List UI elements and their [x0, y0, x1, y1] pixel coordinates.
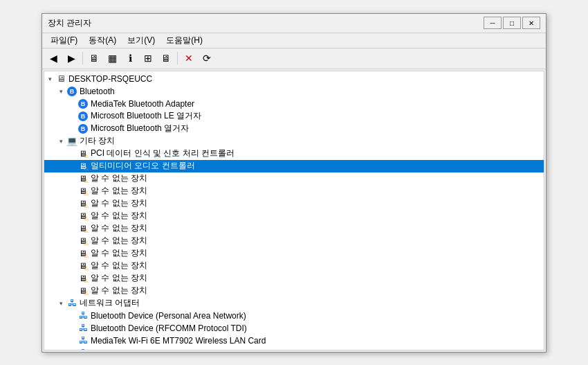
- unknown2-icon: 🖥⚠: [77, 186, 89, 197]
- pci-label: PCI 데이터 인식 및 신호 처리 컨트롤러: [91, 148, 235, 159]
- tree-item-bluetooth-category[interactable]: ▾ B Bluetooth: [44, 85, 544, 98]
- unknown8-icon: 🖥⚠: [77, 260, 89, 271]
- tree-item-network-category[interactable]: ▾ 🖧 네트워크 어댑터: [44, 297, 544, 310]
- bluetooth-label: Bluetooth: [80, 87, 115, 96]
- tree-item-unknown-2[interactable]: 🖥⚠ 알 수 없는 장치: [44, 185, 544, 197]
- unknown10-label: 알 수 없는 장치: [91, 285, 147, 296]
- bluetooth-category-icon: B: [66, 86, 77, 97]
- tree-item-unknown-4[interactable]: 🖥⚠ 알 수 없는 장치: [44, 210, 544, 222]
- tree-item-unknown-10[interactable]: 🖥⚠ 알 수 없는 장치: [44, 285, 544, 297]
- tree-item-unknown-7[interactable]: 🖥⚠ 알 수 없는 장치: [44, 247, 544, 260]
- minimize-button[interactable]: ─: [484, 17, 502, 29]
- other-category-icon: 💻: [66, 136, 77, 147]
- tree-item-other-category[interactable]: ▾ 💻 기타 장치: [44, 135, 544, 148]
- net4-icon: 🖧: [77, 348, 89, 350]
- multimedia-icon: 🖥⚠: [77, 161, 89, 172]
- list-button[interactable]: ▦: [104, 51, 120, 66]
- tree-item-net4[interactable]: 🖧 Microsoft Kernel Debug Network Adapter: [44, 347, 544, 350]
- toolbar-separator-1: [82, 52, 83, 64]
- unknown6-icon: 🖥⚠: [77, 235, 89, 247]
- unknown7-label: 알 수 없는 장치: [91, 247, 147, 259]
- unknown3-icon: 🖥⚠: [77, 198, 89, 209]
- network-category-icon: 🖧: [66, 298, 77, 309]
- unknown4-icon: 🖥⚠: [77, 211, 89, 222]
- menu-help[interactable]: 도움말(H): [160, 33, 208, 48]
- tree-item-pci[interactable]: 🖥⚠ PCI 데이터 인식 및 신호 처리 컨트롤러: [44, 148, 544, 160]
- bt2-icon: B: [77, 111, 89, 122]
- net3-icon: 🖧: [77, 335, 89, 346]
- unknown5-icon: 🖥⚠: [77, 223, 89, 234]
- unknown1-label: 알 수 없는 장치: [91, 172, 147, 184]
- menu-bar: 파일(F) 동작(A) 보기(V) 도움말(H): [42, 33, 546, 48]
- window-title: 장치 관리자: [48, 17, 91, 29]
- unknown6-label: 알 수 없는 장치: [91, 235, 147, 247]
- tree-item-unknown-9[interactable]: 🖥⚠ 알 수 없는 장치: [44, 272, 544, 285]
- root-expand[interactable]: ▾: [44, 73, 55, 84]
- tree-item-multimedia[interactable]: 🖥⚠ 멀티미디어 오디오 컨트롤러: [44, 160, 544, 172]
- unknown8-label: 알 수 없는 장치: [91, 260, 147, 271]
- content-area: ▾ 🖥 DESKTOP-RSQEUCC ▾ B Bluetooth B: [42, 69, 546, 352]
- tree-item-net2[interactable]: 🖧 Bluetooth Device (RFCOMM Protocol TDI): [44, 322, 544, 335]
- bt1-icon: B: [77, 98, 89, 109]
- net2-icon: 🖧: [77, 323, 89, 334]
- info-button[interactable]: ℹ: [122, 51, 138, 66]
- unknown2-label: 알 수 없는 장치: [91, 185, 147, 197]
- bt3-label: Microsoft Bluetooth 열거자: [91, 123, 189, 134]
- net4-label: Microsoft Kernel Debug Network Adapter: [91, 348, 241, 350]
- tree-item-bt1[interactable]: B MediaTek Bluetooth Adapter: [44, 98, 544, 110]
- tree-item-unknown-3[interactable]: 🖥⚠ 알 수 없는 장치: [44, 197, 544, 210]
- root-label: DESKTOP-RSQEUCC: [68, 74, 152, 84]
- tree-root[interactable]: ▾ 🖥 DESKTOP-RSQEUCC: [44, 73, 544, 85]
- computer-button[interactable]: 🖥: [86, 51, 102, 66]
- menu-file[interactable]: 파일(F): [45, 33, 83, 48]
- tree-item-net3[interactable]: 🖧 MediaTek Wi-Fi 6E MT7902 Wireless LAN …: [44, 335, 544, 347]
- device-tree[interactable]: ▾ 🖥 DESKTOP-RSQEUCC ▾ B Bluetooth B: [44, 71, 544, 350]
- computer-icon: 🖥: [55, 73, 66, 84]
- grid-button[interactable]: ⊞: [140, 51, 156, 66]
- monitor-button[interactable]: 🖥: [158, 51, 174, 66]
- bt1-label: MediaTek Bluetooth Adapter: [91, 99, 194, 109]
- unknown1-icon: 🖥⚠: [77, 173, 89, 184]
- unknown7-icon: 🖥⚠: [77, 248, 89, 259]
- network-expand[interactable]: ▾: [55, 298, 66, 309]
- tree-item-unknown-1[interactable]: 🖥⚠ 알 수 없는 장치: [44, 172, 544, 185]
- pci-icon: 🖥⚠: [77, 148, 89, 159]
- tree-item-unknown-6[interactable]: 🖥⚠ 알 수 없는 장치: [44, 235, 544, 247]
- net1-icon: 🖧: [77, 310, 89, 321]
- tree-item-unknown-5[interactable]: 🖥⚠ 알 수 없는 장치: [44, 222, 544, 235]
- other-expand[interactable]: ▾: [55, 136, 66, 147]
- unknown5-label: 알 수 없는 장치: [91, 222, 147, 234]
- net2-label: Bluetooth Device (RFCOMM Protocol TDI): [91, 323, 247, 333]
- network-label: 네트워크 어댑터: [80, 297, 140, 309]
- menu-action[interactable]: 동작(A): [83, 33, 122, 48]
- net1-label: Bluetooth Device (Personal Area Network): [91, 311, 246, 321]
- menu-view[interactable]: 보기(V): [122, 33, 160, 48]
- unknown9-icon: 🖥⚠: [77, 273, 89, 284]
- close-button[interactable]: ✕: [522, 17, 540, 29]
- net3-label: MediaTek Wi-Fi 6E MT7902 Wireless LAN Ca…: [91, 336, 266, 346]
- tree-item-bt3[interactable]: B Microsoft Bluetooth 열거자: [44, 123, 544, 135]
- bt3-icon: B: [77, 123, 89, 134]
- device-manager-window: 장치 관리자 ─ □ ✕ 파일(F) 동작(A) 보기(V) 도움말(H) ◀ …: [42, 13, 546, 353]
- unknown9-label: 알 수 없는 장치: [91, 272, 147, 284]
- toolbar: ◀ ▶ 🖥 ▦ ℹ ⊞ 🖥 ✕ ⟳: [42, 48, 546, 69]
- delete-button[interactable]: ✕: [181, 51, 197, 66]
- back-button[interactable]: ◀: [45, 51, 62, 66]
- tree-item-net1[interactable]: 🖧 Bluetooth Device (Personal Area Networ…: [44, 310, 544, 322]
- tree-item-unknown-8[interactable]: 🖥⚠ 알 수 없는 장치: [44, 260, 544, 272]
- window-controls: ─ □ ✕: [484, 17, 540, 29]
- other-label: 기타 장치: [80, 135, 115, 147]
- unknown4-label: 알 수 없는 장치: [91, 210, 147, 222]
- toolbar-separator-2: [177, 52, 178, 64]
- tree-item-bt2[interactable]: B Microsoft Bluetooth LE 열거자: [44, 110, 544, 123]
- multimedia-label: 멀티미디어 오디오 컨트롤러: [91, 160, 195, 172]
- unknown3-label: 알 수 없는 장치: [91, 197, 147, 209]
- title-bar: 장치 관리자 ─ □ ✕: [42, 14, 546, 33]
- bluetooth-expand[interactable]: ▾: [55, 86, 66, 97]
- update-button[interactable]: ⟳: [199, 51, 215, 66]
- bt2-label: Microsoft Bluetooth LE 열거자: [91, 110, 201, 122]
- maximize-button[interactable]: □: [503, 17, 521, 29]
- forward-button[interactable]: ▶: [63, 51, 80, 66]
- unknown10-icon: 🖥⚠: [77, 285, 89, 296]
